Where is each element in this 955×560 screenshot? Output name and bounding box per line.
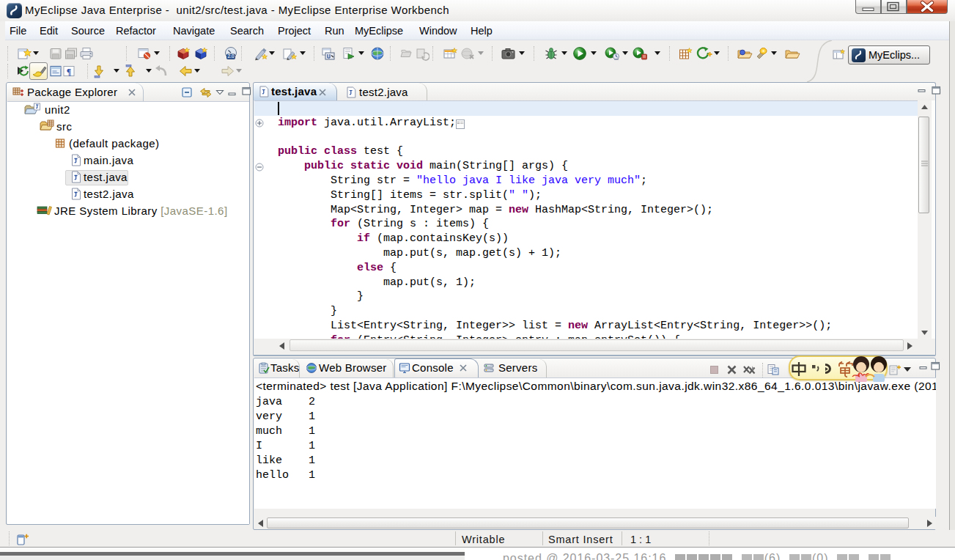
svg-text:2.0: 2.0 [227, 54, 234, 59]
svg-text:¶: ¶ [67, 67, 71, 77]
